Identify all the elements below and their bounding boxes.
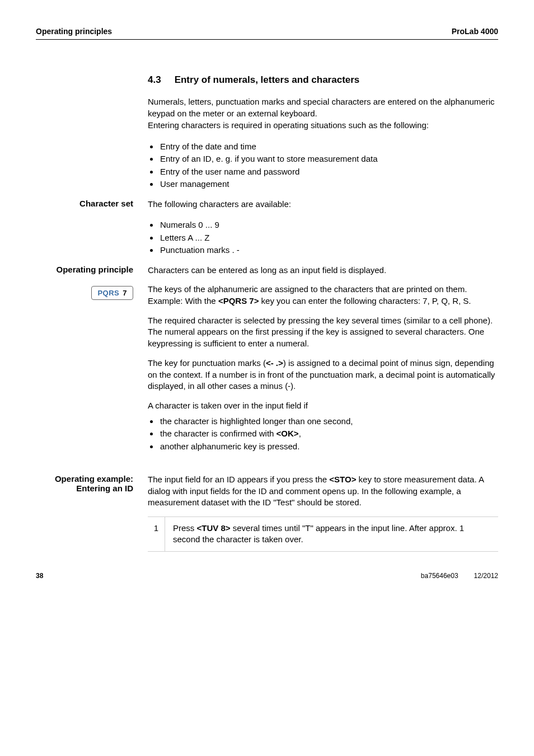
section-number: 4.3 <box>148 73 161 86</box>
section-heading-row: 4.3 Entry of numerals, letters and chara… <box>36 73 498 96</box>
header-left: Operating principles <box>36 27 112 36</box>
doc-id: ba75646e03 <box>421 572 458 580</box>
character-set-bullets: Numerals 0 ... 9 Letters A ... Z Punctua… <box>148 219 498 257</box>
op-principle-p5: A character is taken over in the input f… <box>148 400 498 412</box>
step-text: Press <TUV 8> several times until "T" ap… <box>165 517 498 551</box>
list-item: the character is highlighted longer than… <box>159 415 498 428</box>
doc-date: 12/2012 <box>474 572 498 580</box>
operating-example-p1: The input field for an ID appears if you… <box>148 474 498 509</box>
intro-para-1: Numerals, letters, punctuation marks and… <box>148 96 498 119</box>
list-item: Entry of the user name and password <box>159 166 498 179</box>
pqrs7-key-label: <PQRS 7> <box>218 296 259 306</box>
op-principle-p2: The keys of the alphanumeric are assigne… <box>148 284 498 307</box>
list-item: Punctuation marks . - <box>159 244 498 257</box>
list-item: User management <box>159 178 498 191</box>
list-item: another alphanumeric key is pressed. <box>159 440 498 453</box>
intro-para-2: Entering characters is required in opera… <box>148 120 498 132</box>
intro-bullet-list: Entry of the date and time Entry of an I… <box>148 140 498 191</box>
list-item: Entry of an ID, e. g. if you want to sto… <box>159 153 498 166</box>
character-set-lead: The following characters are available: <box>148 199 498 210</box>
step-table: 1 Press <TUV 8> several times until "T" … <box>148 516 498 552</box>
ok-key-label: <OK> <box>277 429 299 438</box>
sto-key-label: <STO> <box>329 475 356 484</box>
character-set-label: Character set <box>36 199 148 208</box>
takeover-bullets: the character is highlighted longer than… <box>148 415 498 453</box>
list-item: Letters A ... Z <box>159 232 498 245</box>
punctuation-key-label: <- .> <box>266 358 283 368</box>
operating-principle-label: Operating principle <box>36 265 148 274</box>
pqrs-letters: PQRS <box>97 289 119 297</box>
op-principle-p3: The required character is selected by pr… <box>148 315 498 350</box>
list-item: the character is confirmed with <OK>, <box>159 428 498 440</box>
tuv8-key-label: <TUV 8> <box>197 523 231 533</box>
list-item: Entry of the date and time <box>159 140 498 153</box>
page-header: Operating principles ProLab 4000 <box>36 27 498 40</box>
step-number: 1 <box>148 517 165 551</box>
header-right: ProLab 4000 <box>452 27 498 36</box>
op-principle-p4: The key for punctuation marks (<- .>) is… <box>148 358 498 392</box>
pqrs-key-icon: PQRS7 <box>91 286 133 300</box>
pqrs-number: 7 <box>123 289 127 297</box>
list-item: Numerals 0 ... 9 <box>159 219 498 232</box>
operating-example-label: Operating example: Entering an ID <box>36 474 148 493</box>
page-footer: 38 ba75646e03 12/2012 <box>36 572 498 580</box>
page-number: 38 <box>36 572 43 580</box>
section-title: Entry of numerals, letters and character… <box>175 73 360 86</box>
operating-principle-lead: Characters can be entered as long as an … <box>148 265 498 276</box>
